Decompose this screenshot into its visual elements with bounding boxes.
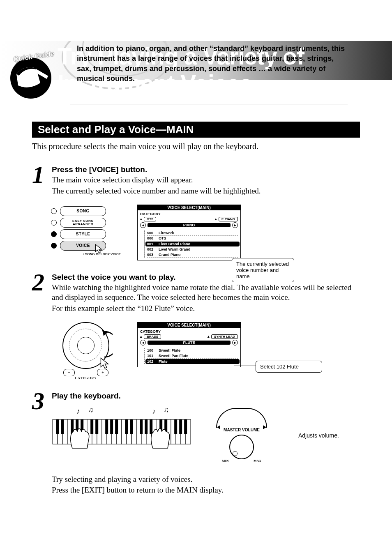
easy-song-arranger-button: EASY SONG ARRANGER <box>60 218 106 228</box>
master-volume-label: MASTER VOLUME <box>216 428 267 432</box>
cursor-icon <box>94 243 106 256</box>
lcd-voice-row: 100Sweet! Flute <box>147 348 238 353</box>
keyboard-illustration: ♪ ♫ ♪ ♫ <box>52 408 191 449</box>
step-body: Press the [EXIT] button to return to the… <box>52 485 360 495</box>
button-panel-illustration: SONG EASY SONG ARRANGER STYLE VOICE ♪ SO… <box>51 205 121 256</box>
svg-text:♫: ♫ <box>164 408 169 414</box>
song-melody-voice-label: ♪ SONG MELODY VOICE <box>51 252 121 256</box>
intro-text: In addition to piano, organ, and other “… <box>77 44 348 83</box>
vol-max-label: MAX <box>254 459 261 463</box>
step-body: For this example select the “102 Flute” … <box>52 304 360 314</box>
arrow-left-icon: ◂ <box>140 340 146 345</box>
master-volume-illustration: MASTER VOLUME MIN MAX <box>216 408 267 463</box>
lcd-voice-row: 500Firework <box>147 230 238 236</box>
step-title: Select the voice you want to play. <box>52 273 360 282</box>
lcd-screen-illustration: VOICE SELECT(MAIN) CATEGORY ▴ BRASS ▴ SY… <box>137 322 241 367</box>
lcd-voice-row: 002Live! Warm Grand <box>147 247 238 252</box>
led-on-icon <box>51 243 57 249</box>
led-on-icon <box>51 231 57 237</box>
arrow-up-icon: ▴ <box>140 334 142 339</box>
svg-rect-35 <box>61 419 64 434</box>
vol-min-label: MIN <box>222 459 228 463</box>
lcd-voice-row: 102Flute <box>145 359 240 364</box>
lcd-title: VOICE SELECT(MAIN) <box>138 205 240 210</box>
step-title: Press the [VOICE] button. <box>52 165 360 174</box>
lcd-category-label: CATEGORY <box>140 329 238 334</box>
led-off-icon <box>51 208 57 214</box>
step-body: The currently selected voice number and … <box>52 186 360 196</box>
step-3: 3 Play the keyboard. ♪ ♫ ♪ ♫ <box>32 390 360 496</box>
lcd-voice-row: 003Grand Piano <box>147 252 238 258</box>
svg-rect-48 <box>150 419 152 434</box>
led-off-icon <box>51 220 57 226</box>
arrow-up-icon: ▴ <box>215 217 217 221</box>
volume-knob-icon <box>229 435 254 459</box>
cursor-icon <box>99 357 113 371</box>
arrow-up-icon: ▴ <box>208 334 210 339</box>
lcd-left-cat: BRASS <box>144 334 161 339</box>
svg-rect-42 <box>110 419 113 434</box>
lcd-voice-row: 101Sweet! Pan Flute <box>147 353 238 359</box>
volume-caption: Adjusts volume. <box>298 432 339 439</box>
lcd-center-cat: FLUTE <box>148 341 231 345</box>
callout-leader <box>228 254 252 254</box>
dial-label: CATEGORY <box>51 376 121 380</box>
step-number: 2 <box>32 271 52 293</box>
step-body: While watching the highlighted voice nam… <box>52 283 360 303</box>
lcd-left-cat: OTS <box>144 217 156 221</box>
svg-rect-43 <box>115 419 118 434</box>
lcd-category-label: CATEGORY <box>140 212 238 216</box>
svg-text:♪: ♪ <box>152 408 156 415</box>
svg-rect-44 <box>125 419 128 434</box>
svg-text:♫: ♫ <box>88 408 94 414</box>
step-title: Play the keyboard. <box>52 391 360 401</box>
svg-rect-39 <box>90 419 93 434</box>
quick-guide-badge: Quick Guide <box>4 45 58 99</box>
step-2: 2 Select the voice you want to play. Whi… <box>32 271 360 315</box>
lcd-screen-illustration: VOICE SELECT(MAIN) CATEGORY ▴ OTS ▴ E.PI… <box>137 205 241 260</box>
callout: Select 102 Flute <box>256 361 322 373</box>
step-number: 3 <box>32 390 52 412</box>
step-body: The main voice selection display will ap… <box>52 175 360 185</box>
svg-rect-46 <box>140 419 143 434</box>
intro-box: In addition to piano, organ, and other “… <box>70 41 348 104</box>
style-button: STYLE <box>60 229 106 239</box>
lcd-voice-row: 001Live! Grand Piano <box>145 242 240 246</box>
svg-rect-41 <box>105 419 108 434</box>
minus-button: − <box>63 369 75 376</box>
svg-rect-45 <box>130 419 133 434</box>
lcd-right-cat: SYNTH LEAD <box>211 334 238 339</box>
callout: The currently selected voice number and … <box>232 258 294 282</box>
step-body: Try selecting and playing a variety of v… <box>52 474 360 485</box>
svg-rect-51 <box>174 419 177 434</box>
song-button: SONG <box>60 206 106 216</box>
section-heading: Select and Play a Voice—MAIN <box>32 122 360 138</box>
svg-rect-47 <box>145 419 148 434</box>
section-lead: This procedure selects the main voice yo… <box>32 142 360 151</box>
svg-rect-52 <box>179 419 182 434</box>
dial-illustration: − + CATEGORY <box>51 322 121 380</box>
svg-rect-40 <box>95 419 98 434</box>
arrow-left-icon: ◂ <box>140 222 146 228</box>
lcd-title: VOICE SELECT(MAIN) <box>138 322 240 328</box>
callout-leader <box>234 366 257 366</box>
lcd-right-cat: E.PIANO <box>219 217 238 221</box>
step-1: 1 Press the [VOICE] button. The main voi… <box>32 164 360 197</box>
svg-text:♪: ♪ <box>76 408 80 415</box>
svg-rect-53 <box>184 419 187 434</box>
arrow-right-icon: ▸ <box>232 340 238 345</box>
rotate-arrow-icon <box>96 328 113 361</box>
svg-rect-34 <box>56 419 59 434</box>
arrow-right-icon: ▸ <box>232 222 238 228</box>
step-number: 1 <box>32 164 52 186</box>
arrow-up-icon: ▴ <box>140 217 142 221</box>
lcd-voice-row: 000OTS <box>147 236 238 241</box>
lcd-center-cat: PIANO <box>148 223 231 227</box>
